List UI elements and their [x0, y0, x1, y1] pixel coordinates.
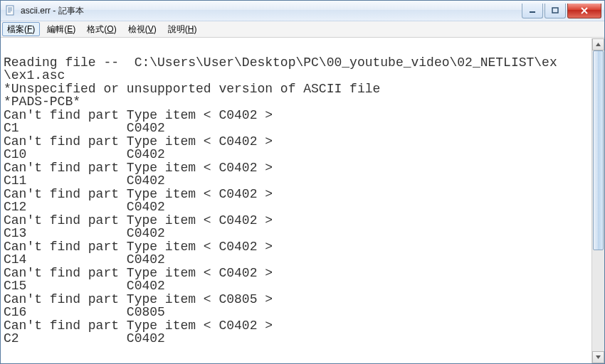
menu-edit[interactable]: 編輯(E) [41, 21, 81, 37]
scroll-up-button[interactable] [592, 38, 604, 50]
scroll-track[interactable] [592, 50, 604, 351]
svg-rect-1 [530, 11, 535, 13]
svg-rect-2 [552, 8, 558, 13]
vertical-scrollbar[interactable] [591, 38, 604, 363]
notepad-window: ascii.err - 記事本 檔案(F) 編輯(E) 格式(O) 檢視(V) [0, 0, 605, 364]
text-content[interactable]: Reading file -- C:\Users\User\Desktop\PC… [1, 38, 592, 363]
menu-file[interactable]: 檔案(F) [2, 22, 40, 36]
menu-bar: 檔案(F) 編輯(E) 格式(O) 檢視(V) 說明(H) [1, 21, 604, 38]
menu-view[interactable]: 檢視(V) [122, 21, 162, 37]
menu-format[interactable]: 格式(O) [81, 21, 122, 37]
title-bar[interactable]: ascii.err - 記事本 [1, 1, 604, 21]
scroll-down-button[interactable] [592, 351, 604, 363]
minimize-button[interactable] [522, 4, 543, 18]
maximize-button[interactable] [544, 4, 566, 18]
scroll-thumb[interactable] [593, 50, 604, 250]
app-icon [5, 5, 16, 16]
window-controls [520, 4, 601, 18]
close-button[interactable] [567, 4, 601, 18]
window-title: ascii.err - 記事本 [21, 5, 520, 17]
menu-help[interactable]: 說明(H) [162, 21, 203, 37]
client-area: Reading file -- C:\Users\User\Desktop\PC… [1, 38, 604, 363]
